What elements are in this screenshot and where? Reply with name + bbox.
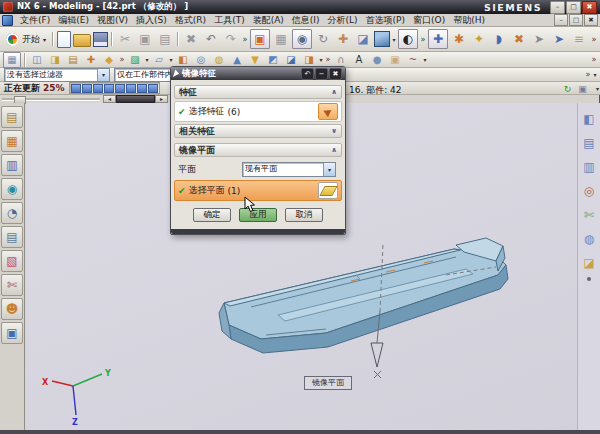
cancel-button[interactable]: 取消	[285, 208, 323, 222]
tab-system-scenes[interactable]: ▣	[1, 322, 23, 344]
mdi-minimize-button[interactable]: –	[554, 14, 568, 26]
dialog-title-bar[interactable]: 镜像特征 ↶−✖	[171, 67, 345, 80]
display-mode-icon[interactable]: ▦	[272, 30, 290, 48]
menu-window[interactable]: 窗口(O)	[409, 14, 449, 27]
sketch-icon[interactable]: ▨	[127, 53, 143, 67]
delete-icon[interactable]: ✖	[182, 30, 200, 48]
selection-filter-dropdown[interactable]: 没有选择过滤器▾	[4, 68, 110, 82]
menu-tools[interactable]: 工具(T)	[210, 14, 249, 27]
dialog-reset-button[interactable]: ↶	[301, 68, 314, 80]
copy-icon[interactable]: ▣	[136, 30, 154, 48]
rotate-view-icon[interactable]: ↻	[314, 30, 332, 48]
scroll-left-button[interactable]: ◂	[103, 95, 116, 103]
tab-roles[interactable]: ✄	[1, 274, 23, 296]
menu-information[interactable]: 信息(I)	[288, 14, 324, 27]
render-style-icon[interactable]: ◐	[398, 29, 418, 49]
arc-icon[interactable]: ∩	[333, 53, 349, 67]
select-plane-row[interactable]: ✔ 选择平面 (1)	[174, 180, 342, 201]
refresh-status-icon[interactable]: ↻	[561, 83, 574, 94]
pan-view-icon[interactable]: ✚	[334, 30, 352, 48]
unite-icon[interactable]: ◩	[265, 53, 281, 67]
tab-history[interactable]: ◔	[1, 202, 23, 224]
clipboard-icon[interactable]: ▣	[387, 53, 403, 67]
menu-analysis[interactable]: 分析(L)	[324, 14, 362, 27]
new-file-button[interactable]	[57, 31, 71, 48]
tab-hd3d-tools[interactable]: ◎	[580, 182, 598, 200]
tab-assembly-navigator[interactable]: ▤	[1, 106, 23, 128]
cut-icon[interactable]: ✂	[116, 30, 134, 48]
window-maximize-button[interactable]: □	[566, 1, 581, 14]
save-file-button[interactable]	[93, 32, 108, 47]
point-constructor-icon[interactable]: ✦	[470, 30, 488, 48]
hole-icon[interactable]: ◍	[211, 53, 227, 67]
pocket-icon[interactable]: ▼	[247, 53, 263, 67]
object-display-icon[interactable]: ▦	[3, 52, 21, 68]
screen-capture-icon[interactable]: ▣	[250, 29, 270, 49]
scrollbar-thumb[interactable]	[116, 95, 155, 103]
open-file-button[interactable]	[73, 34, 91, 47]
ruler-icon[interactable]: ≡	[570, 30, 588, 48]
tab-assembly-constraints[interactable]: ◧	[580, 110, 598, 128]
menu-format[interactable]: 格式(R)	[171, 14, 210, 27]
mdi-close-button[interactable]: ✖	[584, 14, 598, 26]
redo-icon[interactable]: ↷	[222, 30, 240, 48]
quick-pick-icon[interactable]: ➤	[550, 30, 568, 48]
menu-preferences[interactable]: 首选项(P)	[362, 14, 409, 27]
chevron-down-icon[interactable]: ▾	[323, 163, 335, 176]
subtract-icon[interactable]: ◪	[283, 53, 299, 67]
paste-icon[interactable]: ▤	[156, 30, 174, 48]
undo-icon[interactable]: ↶	[202, 30, 220, 48]
dialog-minimize-button[interactable]: −	[315, 68, 328, 80]
sphere-icon[interactable]: ●	[369, 53, 385, 67]
revolve-icon[interactable]: ◎	[193, 53, 209, 67]
window-minimize-button[interactable]: –	[550, 1, 565, 14]
menu-help[interactable]: 帮助(H)	[449, 14, 489, 27]
tab-component-list[interactable]: ▤	[580, 134, 598, 152]
shaded-view-icon[interactable]	[374, 31, 390, 47]
fit-view-icon[interactable]: ◪	[354, 30, 372, 48]
wcs-orient-icon[interactable]: ◆	[101, 53, 117, 67]
intersect-icon[interactable]: ◨	[301, 53, 317, 67]
command-finder-icon[interactable]: ▣	[576, 83, 589, 94]
menu-edit[interactable]: 编辑(E)	[54, 14, 93, 27]
select-arrow-icon[interactable]: ➤	[530, 30, 548, 48]
mirror-plane-section-header[interactable]: 镜像平面 ∧	[174, 143, 342, 157]
menu-insert[interactable]: 插入(S)	[132, 14, 171, 27]
tab-part-family[interactable]: ◪	[580, 254, 598, 272]
tab-constraint-navigator[interactable]: ▦	[1, 130, 23, 152]
start-button[interactable]: 开始▾	[2, 29, 50, 49]
datum-plane-icon[interactable]: ▱	[151, 53, 167, 67]
select-feature-button[interactable]	[318, 103, 338, 120]
tab-reuse-library[interactable]: ▥	[580, 158, 598, 176]
feature-section-header[interactable]: 特征 ∧	[174, 85, 342, 99]
show-hide-icon[interactable]: ◫	[29, 53, 45, 67]
menu-view[interactable]: 视图(V)	[93, 14, 132, 27]
snap-point-icon[interactable]: ✱	[450, 30, 468, 48]
zoom-icon[interactable]: ◉	[292, 29, 312, 49]
dialog-close-button[interactable]: ✖	[329, 68, 342, 80]
text-icon[interactable]: A	[351, 53, 367, 67]
extrude-icon[interactable]: ◧	[175, 53, 191, 67]
immediate-hide-icon[interactable]: ◨	[47, 53, 63, 67]
orient-csys-icon[interactable]: ✚	[428, 29, 448, 49]
chevron-down-icon[interactable]: ▾	[97, 69, 109, 81]
tab-system-materials[interactable]: ▤	[1, 226, 23, 248]
tab-visualization-palette[interactable]: ▧	[1, 250, 23, 272]
ok-button[interactable]: 确定	[193, 208, 231, 222]
related-features-section-header[interactable]: 相关特征 ∨	[174, 124, 342, 138]
layer-settings-icon[interactable]: ▤	[65, 53, 81, 67]
end-point-icon[interactable]: ◗	[490, 30, 508, 48]
select-feature-row[interactable]: ✔ 选择特征 (6)	[174, 101, 342, 122]
dialog-resize-edge[interactable]	[171, 229, 345, 234]
plane-type-dropdown[interactable]: 现有平面 ▾	[242, 162, 336, 177]
menu-assemblies[interactable]: 装配(A)	[249, 14, 288, 27]
boss-icon[interactable]: ▲	[229, 53, 245, 67]
wcs-dynamics-icon[interactable]: ✚	[83, 53, 99, 67]
collapse-icon[interactable]: ∧	[331, 88, 337, 96]
select-plane-button[interactable]	[318, 182, 338, 199]
mdi-restore-button[interactable]: □	[569, 14, 583, 26]
expand-icon[interactable]: ∨	[331, 127, 337, 135]
tab-web-browser[interactable]: ◍	[580, 230, 598, 248]
tab-check-mate[interactable]: ✄	[580, 206, 598, 224]
statusbar-overflow-icon[interactable]: ▾	[596, 85, 599, 92]
